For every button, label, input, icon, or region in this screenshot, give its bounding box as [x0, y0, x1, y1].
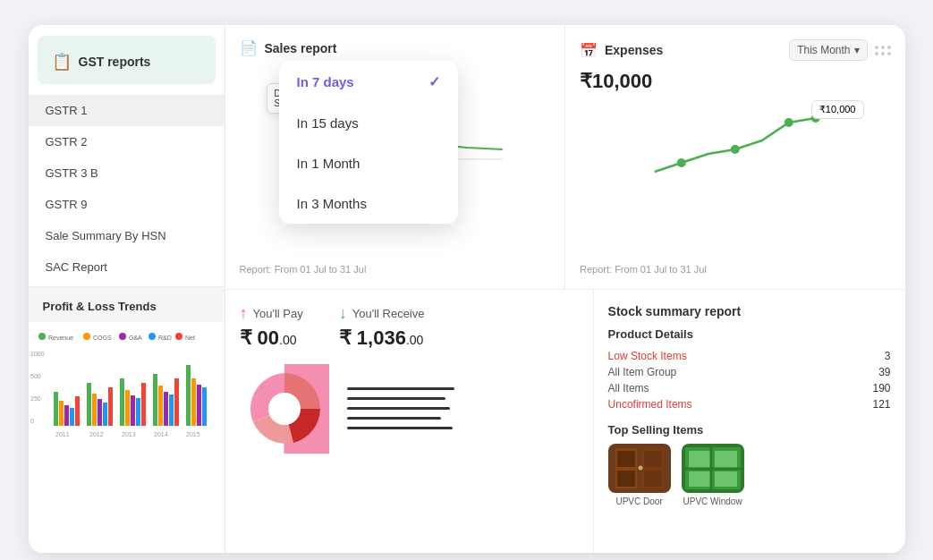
- unconfirmed-count: 121: [872, 398, 890, 411]
- you-pay-amount: ₹ 00.00: [240, 327, 303, 350]
- svg-rect-56: [617, 471, 635, 487]
- svg-rect-34: [186, 365, 191, 426]
- svg-text:2011: 2011: [55, 431, 70, 437]
- svg-rect-21: [98, 399, 102, 426]
- dot: [881, 52, 885, 55]
- month-button[interactable]: This Month ▾: [789, 39, 867, 61]
- svg-rect-31: [164, 392, 168, 426]
- svg-rect-65: [715, 471, 737, 487]
- bottom-row: ↑ You'll Pay ₹ 00.00 ↓ You'll Receive: [225, 290, 905, 554]
- svg-point-8: [175, 333, 182, 340]
- svg-rect-55: [617, 451, 635, 467]
- pl-chart-area: Revenue COGS G&A R&D Net 1000 500 250 0: [29, 329, 225, 445]
- main-card: 📋 GST reports GSTR 1 GSTR 2 GSTR 3 B GST…: [29, 25, 905, 553]
- period-dropdown[interactable]: In 7 days ✓ In 15 days In 1 Month In 3 M…: [279, 61, 458, 224]
- svg-rect-62: [689, 451, 711, 469]
- you-pay-item: ↑ You'll Pay ₹ 00.00: [240, 304, 303, 350]
- stock-summary-title: Stock summary report: [608, 304, 891, 318]
- chevron-down-icon: ▾: [854, 44, 860, 56]
- sidebar-title: GST reports: [79, 55, 151, 69]
- dot: [875, 46, 878, 49]
- dropdown-7days-label: In 7 days: [297, 74, 354, 89]
- svg-rect-17: [70, 408, 74, 426]
- svg-rect-22: [103, 403, 107, 426]
- svg-rect-15: [59, 401, 64, 426]
- sidebar-item-sac[interactable]: SAC Report: [29, 251, 225, 283]
- line-bar-2: [347, 397, 445, 400]
- sidebar-item-gstr1[interactable]: GSTR 1: [29, 95, 225, 126]
- line-bar-1: [347, 387, 454, 390]
- sidebar-item-sale-summary[interactable]: Sale Summary By HSN: [29, 220, 225, 251]
- you-receive-amount: ₹ 1,036.00: [339, 327, 425, 350]
- window-label: UPVC Window: [683, 496, 742, 506]
- pl-trends-title: Profit & Loss Trends: [29, 286, 225, 322]
- app-container: 📋 GST reports GSTR 1 GSTR 2 GSTR 3 B GST…: [9, 9, 924, 560]
- dropdown-15days[interactable]: In 15 days: [279, 103, 458, 143]
- stock-row-group: All Item Group 39: [608, 364, 891, 380]
- sales-title-row: 📄 Sales report: [240, 39, 337, 56]
- svg-text:500: 500: [30, 373, 41, 379]
- svg-rect-63: [715, 451, 737, 469]
- dropdown-3months[interactable]: In 3 Months: [279, 183, 458, 224]
- svg-text:Revenue: Revenue: [48, 335, 73, 341]
- dropdown-3months-label: In 3 Months: [297, 196, 367, 211]
- product-door[interactable]: UPVC Door: [608, 444, 671, 506]
- expenses-chart-label: ₹10,000: [811, 100, 864, 119]
- pay-receive-card: ↑ You'll Pay ₹ 00.00 ↓ You'll Receive: [225, 290, 594, 554]
- sidebar-item-gstr2[interactable]: GSTR 2: [29, 126, 225, 157]
- sidebar-item-gstr3b[interactable]: GSTR 3 B: [29, 157, 225, 189]
- svg-rect-14: [54, 392, 58, 426]
- sidebar-header[interactable]: 📋 GST reports: [38, 36, 216, 84]
- svg-text:250: 250: [30, 395, 41, 402]
- svg-text:R&D: R&D: [158, 335, 172, 341]
- dropdown-7days[interactable]: In 7 days ✓: [279, 61, 458, 103]
- product-window[interactable]: UPVC Window: [682, 444, 744, 506]
- you-receive-item: ↓ You'll Receive ₹ 1,036.00: [339, 304, 425, 350]
- dropdown-1month[interactable]: In 1 Month: [279, 143, 458, 183]
- sidebar-item-gstr9[interactable]: GSTR 9: [29, 189, 225, 220]
- svg-point-51: [268, 393, 301, 425]
- top-selling-title: Top Selling Items: [608, 423, 891, 437]
- svg-point-4: [119, 333, 126, 340]
- you-pay-label: You'll Pay: [253, 307, 303, 320]
- all-items-label: All Items: [608, 382, 649, 395]
- sales-report-footer: Report: From 01 Jul to 31 Jul: [240, 264, 367, 275]
- svg-rect-37: [202, 387, 207, 426]
- svg-rect-36: [197, 385, 201, 426]
- svg-point-48: [785, 118, 793, 127]
- svg-rect-27: [136, 398, 140, 426]
- gst-icon: 📋: [52, 52, 72, 72]
- svg-rect-33: [174, 378, 179, 426]
- svg-text:2013: 2013: [122, 431, 136, 437]
- product-details-title: Product Details: [608, 327, 891, 341]
- window-svg: [682, 444, 744, 493]
- dropdown-1month-label: In 1 Month: [297, 156, 360, 171]
- svg-rect-30: [158, 386, 163, 426]
- dot: [875, 52, 878, 55]
- pie-chart: [240, 364, 329, 454]
- pl-chart-svg: Revenue COGS G&A R&D Net 1000 500 250 0: [29, 329, 208, 445]
- svg-rect-58: [644, 471, 662, 487]
- svg-point-2: [83, 333, 90, 340]
- svg-text:2012: 2012: [89, 431, 104, 437]
- pay-visuals: [240, 364, 579, 454]
- door-image: [608, 444, 671, 493]
- dots-menu[interactable]: [875, 46, 891, 55]
- expenses-chart-area: ₹10,000: [580, 100, 891, 190]
- svg-point-0: [38, 333, 46, 340]
- svg-rect-64: [689, 471, 711, 487]
- check-icon: ✓: [428, 73, 440, 90]
- dot: [881, 46, 885, 49]
- svg-rect-20: [92, 394, 97, 426]
- svg-rect-32: [169, 395, 174, 426]
- all-item-group-label: All Item Group: [608, 366, 677, 378]
- lines-visual: [347, 387, 454, 429]
- svg-rect-23: [108, 387, 113, 426]
- dot: [887, 52, 891, 55]
- svg-rect-25: [125, 390, 130, 426]
- sidebar-nav: GSTR 1 GSTR 2 GSTR 3 B GSTR 9 Sale Summa…: [29, 91, 225, 286]
- low-stock-count: 3: [885, 350, 891, 362]
- svg-point-46: [677, 158, 686, 167]
- pay-receive-row: ↑ You'll Pay ₹ 00.00 ↓ You'll Receive: [240, 304, 579, 350]
- expenses-title: Expenses: [605, 43, 663, 57]
